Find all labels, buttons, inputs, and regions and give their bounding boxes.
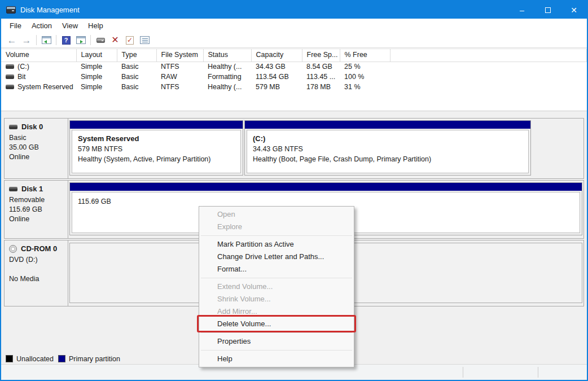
context-menu-separator xyxy=(201,278,352,278)
column-header-volume[interactable]: Volume xyxy=(1,49,76,62)
column-header-pct-free[interactable]: % Free xyxy=(340,49,390,62)
context-menu-change-drive-letter[interactable]: Change Drive Letter and Paths... xyxy=(200,251,353,263)
volume-drive-icon xyxy=(6,85,14,89)
volume-drive-icon xyxy=(6,75,14,79)
toolbar-separator xyxy=(90,35,91,45)
primary-partition-bar xyxy=(245,121,530,129)
console-tree-icon xyxy=(42,36,51,44)
menu-view[interactable]: View xyxy=(57,20,83,32)
context-menu-mark-partition-active[interactable]: Mark Partition as Active xyxy=(200,238,353,251)
maximize-icon xyxy=(545,7,551,13)
volume-list-header: Volume Layout Type File System Status Ca… xyxy=(1,49,587,62)
column-header-filler xyxy=(390,49,587,62)
disk0-type: Basic xyxy=(9,133,64,143)
cdrom-label-panel[interactable]: CD-ROM 0 DVD (D:) No Media xyxy=(5,240,68,306)
menu-help[interactable]: Help xyxy=(83,20,108,32)
mark-active-button[interactable]: ✓ xyxy=(123,34,137,46)
disk0-name: Disk 0 xyxy=(21,122,43,131)
legend-primary-partition: Primary partition xyxy=(58,355,120,363)
context-menu-separator xyxy=(201,350,352,351)
disk0-row: Disk 0 Basic 35.00 GB Online System Rese… xyxy=(4,118,584,179)
cd-rom-icon xyxy=(9,245,17,253)
title-bar: Disk Management – ✕ xyxy=(1,1,587,19)
window-controls: – ✕ xyxy=(509,1,587,19)
context-menu-help[interactable]: Help xyxy=(200,353,353,365)
context-menu-separator xyxy=(201,332,352,333)
primary-partition-bar xyxy=(70,121,243,129)
disk1-type: Removable xyxy=(9,195,64,205)
properties-list-button[interactable] xyxy=(138,34,151,46)
menu-action[interactable]: Action xyxy=(27,20,57,32)
column-header-file-system[interactable]: File System xyxy=(156,49,203,62)
disk0-partitions-area: System Reserved 579 MB NTFS Healthy (Sys… xyxy=(68,119,583,178)
context-menu-add-mirror: Add Mirror... xyxy=(200,305,353,318)
rescan-disks-button[interactable] xyxy=(94,34,107,46)
context-menu-open: Open xyxy=(200,208,353,221)
minimize-button[interactable]: – xyxy=(509,1,535,19)
menu-bar: File Action View Help xyxy=(1,19,587,33)
cdrom-name: CD-ROM 0 xyxy=(21,244,57,253)
partition-c-drive[interactable]: (C:) 34.43 GB NTFS Healthy (Boot, Page F… xyxy=(244,120,531,176)
checkmark-icon: ✓ xyxy=(126,36,134,45)
maximize-button[interactable] xyxy=(535,1,561,19)
context-menu-format[interactable]: Format... xyxy=(200,263,353,275)
action-pane-button[interactable] xyxy=(74,34,87,46)
minimize-icon: – xyxy=(520,6,524,15)
partition-system-reserved[interactable]: System Reserved 579 MB NTFS Healthy (Sys… xyxy=(69,120,243,176)
rescan-disks-icon xyxy=(96,38,105,43)
context-menu-delete-volume-wrap: Delete Volume... xyxy=(200,318,353,330)
help-button[interactable]: ? xyxy=(59,34,73,46)
column-header-type[interactable]: Type xyxy=(117,49,156,62)
partition-status: Healthy (System, Active, Primary Partiti… xyxy=(78,154,240,164)
context-menu-shrink-volume: Shrink Volume... xyxy=(200,293,353,305)
unallocated-swatch-icon xyxy=(6,355,13,362)
menu-file[interactable]: File xyxy=(5,20,27,32)
partition-title: (C:) xyxy=(253,134,528,143)
action-pane-icon xyxy=(76,36,86,44)
disk-management-app-icon xyxy=(6,6,16,14)
disk1-label-panel[interactable]: Disk 1 Removable 115.69 GB Online xyxy=(5,181,68,238)
close-button[interactable]: ✕ xyxy=(561,1,587,19)
forward-arrow-icon: → xyxy=(22,36,32,45)
volume-name: Bit xyxy=(17,73,26,81)
context-menu-extend-volume: Extend Volume... xyxy=(200,281,353,293)
volume-row-bit[interactable]: Bit Simple Basic RAW Formatting 113.54 G… xyxy=(1,72,587,82)
delete-button[interactable]: ✕ xyxy=(108,34,122,46)
volume-drive-icon xyxy=(6,64,14,69)
disk-icon xyxy=(9,187,17,191)
console-tree-button[interactable] xyxy=(40,34,53,46)
cdrom-drive-letter: DVD (D:) xyxy=(9,255,64,265)
primary-partition-swatch-icon xyxy=(58,355,65,362)
toolbar-separator xyxy=(56,35,56,45)
column-header-layout[interactable]: Layout xyxy=(76,49,117,62)
close-icon: ✕ xyxy=(571,6,577,15)
context-menu-properties[interactable]: Properties xyxy=(200,335,353,348)
volume-row-c[interactable]: (C:) Simple Basic NTFS Healthy (... 34.4… xyxy=(1,62,587,72)
column-header-status[interactable]: Status xyxy=(203,49,251,62)
disk0-size: 35.00 GB xyxy=(9,143,64,152)
forward-button[interactable]: → xyxy=(20,34,33,46)
disk1-status: Online xyxy=(9,214,64,224)
partition-size: 115.69 GB xyxy=(78,196,580,207)
disk-icon xyxy=(9,125,17,129)
volume-row-system-reserved[interactable]: System Reserved Simple Basic NTFS Health… xyxy=(1,82,587,92)
cdrom-blank-line xyxy=(9,265,64,274)
status-bar-divider xyxy=(463,367,463,378)
context-menu-delete-volume[interactable]: Delete Volume... xyxy=(200,318,353,330)
disk0-label-panel[interactable]: Disk 0 Basic 35.00 GB Online xyxy=(5,119,68,178)
back-button[interactable]: ← xyxy=(5,34,19,46)
partition-title: System Reserved xyxy=(78,134,240,143)
legend-primary-label: Primary partition xyxy=(69,355,120,363)
cdrom-media-status: No Media xyxy=(9,274,64,284)
volume-name: System Reserved xyxy=(17,83,73,91)
disk-management-window: Disk Management – ✕ File Action View Hel… xyxy=(0,0,588,381)
column-header-capacity[interactable]: Capacity xyxy=(251,49,302,62)
volume-list: Volume Layout Type File System Status Ca… xyxy=(1,49,587,111)
delete-x-icon: ✕ xyxy=(111,36,119,45)
context-menu-separator xyxy=(201,235,352,236)
primary-partition-bar xyxy=(70,183,582,191)
legend-unallocated-label: Unallocated xyxy=(16,355,54,363)
column-header-free-space[interactable]: Free Sp... xyxy=(302,49,340,62)
list-view-icon xyxy=(140,36,150,44)
disk1-size: 115.69 GB xyxy=(9,205,64,214)
